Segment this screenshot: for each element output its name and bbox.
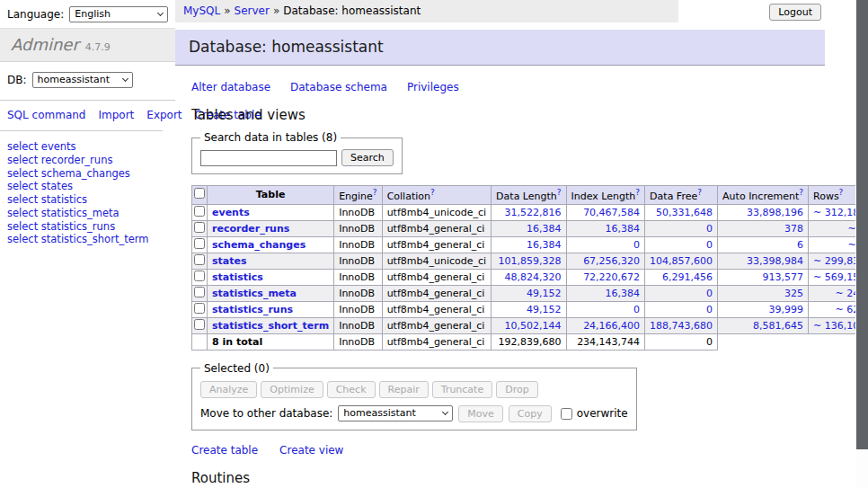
analyze-button[interactable]: Analyze [200, 381, 257, 398]
sidebar-table-link[interactable]: select statistics_runs [7, 220, 168, 234]
tables-tbody: eventsInnoDButf8mb4_unicode_ci31,522,816… [192, 204, 868, 350]
main-area: MySQL»Server»Database: homeassistant Log… [175, 0, 868, 488]
search-input[interactable] [200, 150, 337, 166]
selected-fieldset: Selected (0) AnalyzeOptimizeCheckRepairT… [191, 362, 637, 430]
truncate-button[interactable]: Truncate [432, 381, 492, 398]
create-links: Create tableCreate view [191, 444, 854, 457]
search-button[interactable]: Search [341, 149, 394, 166]
index-length-cell: 0 [566, 301, 645, 317]
sidebar-table-link[interactable]: select recorder_runs [7, 154, 168, 167]
logout-button[interactable]: Logout [769, 4, 821, 21]
scrollbar-thumb[interactable] [856, 0, 868, 449]
data-free-cell: 0 [645, 220, 718, 236]
move-button[interactable]: Move [458, 405, 503, 422]
table-name-link[interactable]: states [212, 255, 247, 267]
total-checkbox-cell [192, 333, 208, 350]
help-link[interactable]: ? [635, 188, 640, 197]
app-logo: Adminer 4.7.9 [0, 28, 175, 62]
chevron-down-icon [157, 10, 164, 16]
sidebar-table-link[interactable]: select states [7, 180, 168, 193]
help-link[interactable]: ? [557, 188, 562, 197]
data-length-cell: 16,384 [492, 220, 566, 236]
table-name-link[interactable]: statistics_meta [212, 288, 297, 299]
database-action-link[interactable]: Privileges [407, 81, 459, 93]
row-checkbox[interactable] [194, 271, 205, 281]
row-checkbox-cell [192, 253, 208, 269]
sidebar-action-link[interactable]: Import [98, 109, 134, 121]
tables-table: TableEngine?Collation?Data Length?Index … [191, 185, 868, 350]
column-header-label: Rows [813, 191, 839, 202]
drop-button[interactable]: Drop [496, 381, 537, 398]
row-checkbox[interactable] [194, 303, 205, 314]
sidebar-table-link[interactable]: select events [7, 140, 168, 154]
database-action-link[interactable]: Database schema [290, 81, 387, 93]
row-checkbox-cell [192, 236, 208, 253]
sidebar-table-link[interactable]: select schema_changes [7, 167, 168, 181]
help-link[interactable]: ? [430, 188, 435, 197]
chevron-down-icon [442, 409, 448, 415]
column-header: Data Length? [492, 186, 566, 205]
breadcrumb-separator: » [273, 4, 279, 17]
auto-increment-cell: 325 [718, 285, 809, 301]
row-checkbox[interactable] [194, 254, 205, 265]
data-length-cell: 49,152 [492, 285, 566, 301]
row-checkbox-cell [192, 317, 208, 333]
table-name-link[interactable]: schema_changes [212, 239, 306, 251]
engine-cell: InnoDB [334, 220, 382, 236]
page-scrollbar[interactable] [855, 0, 868, 488]
table-row: statisticsInnoDButf8mb4_general_ci48,824… [192, 269, 868, 285]
sidebar-table-link[interactable]: select statistics_meta [7, 207, 168, 220]
table-name-link[interactable]: statistics_runs [212, 304, 293, 315]
breadcrumb-link-server[interactable]: Server [235, 4, 270, 17]
select-all-checkbox[interactable] [194, 188, 205, 199]
repair-button[interactable]: Repair [379, 381, 429, 398]
breadcrumb-link-mysql[interactable]: MySQL [183, 4, 220, 17]
row-checkbox[interactable] [194, 238, 205, 249]
move-db-select[interactable]: homeassistant [338, 405, 453, 421]
row-checkbox-cell [192, 269, 208, 285]
create-link[interactable]: Create view [279, 444, 343, 457]
row-checkbox[interactable] [194, 206, 205, 217]
column-header-label: Auto Increment [722, 191, 799, 202]
engine-cell: InnoDB [334, 317, 382, 333]
row-checkbox[interactable] [194, 319, 205, 330]
app-name: Adminer [11, 35, 79, 54]
language-select-value: English [75, 8, 111, 20]
sidebar-table-link[interactable]: select statistics_short_term [7, 233, 168, 246]
selected-buttons-row: AnalyzeOptimizeCheckRepairTruncateDrop [200, 381, 628, 398]
data-free-cell: 0 [645, 285, 718, 301]
column-header-label: Engine [339, 191, 373, 202]
help-link[interactable]: ? [373, 188, 377, 197]
data-length-cell: 48,824,320 [492, 269, 566, 285]
help-link[interactable]: ? [697, 188, 702, 197]
table-name-link[interactable]: statistics_short_term [212, 320, 329, 332]
collation-cell: utf8mb4_general_ci [382, 220, 491, 236]
data-length-cell: 16,384 [492, 236, 566, 253]
row-checkbox[interactable] [194, 222, 205, 233]
data-free-cell: 0 [645, 301, 718, 317]
copy-button[interactable]: Copy [509, 405, 552, 422]
table-name-cell: statistics_runs [208, 301, 334, 317]
db-select[interactable]: homeassistant [32, 72, 133, 88]
help-link[interactable]: ? [839, 188, 844, 197]
check-button[interactable]: Check [327, 381, 376, 398]
overwrite-checkbox[interactable] [561, 408, 572, 420]
data-length-cell: 10,502,144 [492, 317, 566, 333]
sidebar-action-link[interactable]: SQL command [7, 109, 85, 121]
database-action-link[interactable]: Alter database [191, 81, 270, 93]
create-link[interactable]: Create table [191, 444, 258, 457]
sidebar-table-link[interactable]: select statistics [7, 193, 168, 207]
optimize-button[interactable]: Optimize [261, 381, 323, 398]
table-name-link[interactable]: statistics [212, 271, 263, 283]
collation-cell: utf8mb4_general_ci [382, 285, 491, 301]
move-row: Move to other database: homeassistant Mo… [200, 405, 628, 422]
language-select[interactable]: English [69, 6, 168, 22]
table-name-link[interactable]: events [212, 207, 250, 218]
help-link[interactable]: ? [799, 188, 803, 197]
sidebar-actions: SQL commandImportExportCreate table [0, 101, 163, 131]
language-label: Language: [7, 8, 64, 21]
row-checkbox[interactable] [194, 287, 205, 297]
index-length-cell: 70,467,584 [566, 204, 645, 220]
page-title: Database: homeassistant [175, 30, 825, 66]
table-name-link[interactable]: recorder_runs [212, 223, 289, 235]
